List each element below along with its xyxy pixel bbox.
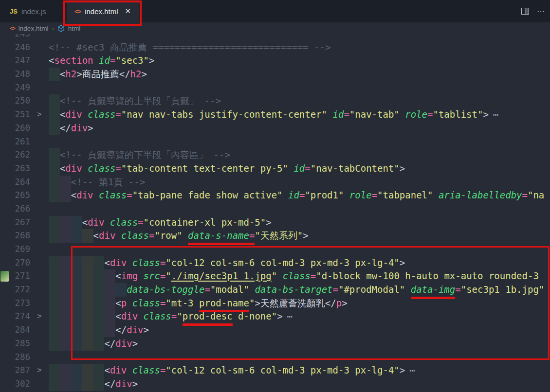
indent-rainbow-block bbox=[93, 283, 105, 297]
line-number: 264 bbox=[0, 176, 30, 189]
line-number: 247 bbox=[0, 54, 30, 68]
indent-rainbow-block bbox=[82, 377, 93, 391]
indent-rainbow-block bbox=[60, 256, 71, 270]
indent-rainbow-block bbox=[49, 68, 60, 81]
line-number: 260 bbox=[0, 122, 30, 135]
indent-rainbow-block bbox=[60, 269, 71, 283]
indent-rainbow-block bbox=[60, 310, 71, 323]
code-line-287: 287> <div class="col-12 col-sm-6 col-md-… bbox=[0, 364, 550, 377]
indent-rainbow-block bbox=[60, 337, 71, 351]
indent-rainbow-block bbox=[71, 269, 82, 283]
tab-label: index.js bbox=[21, 7, 46, 16]
indent-rainbow-block bbox=[60, 189, 71, 202]
indent-rainbow-block bbox=[49, 323, 60, 337]
indent-rainbow-block bbox=[60, 216, 71, 230]
code-line-265: 265 <div class="tab-pane fade show activ… bbox=[0, 189, 550, 202]
line-number: 270 bbox=[0, 256, 30, 270]
indent-rainbow-block bbox=[71, 283, 82, 297]
code-line-272: 272 data-bs-toggle="modal" data-bs-targe… bbox=[0, 283, 550, 297]
line-number: 248 bbox=[0, 68, 30, 81]
line-number: 245 bbox=[0, 34, 30, 41]
indent-rainbow-block bbox=[82, 256, 93, 270]
breadcrumb-symbol[interactable]: html bbox=[68, 25, 81, 32]
code-line-247: 247<section id="sec3"> bbox=[0, 54, 550, 68]
indent-rainbow-block bbox=[71, 216, 82, 230]
indent-rainbow-block bbox=[49, 122, 60, 135]
indent-rainbow-block bbox=[82, 283, 93, 297]
fold-chevron-icon[interactable]: > bbox=[30, 108, 49, 122]
gutter-image-preview[interactable] bbox=[0, 271, 9, 282]
code-line-286: 286 bbox=[0, 351, 550, 364]
indent-rainbow-block bbox=[49, 189, 60, 202]
annotation-underlined-token: data-s-name bbox=[188, 229, 249, 245]
line-number: 285 bbox=[0, 337, 30, 351]
indent-rainbow-block bbox=[60, 229, 71, 243]
code-line-251: 251> <div class="nav nav-tabs justify-co… bbox=[0, 108, 550, 122]
line-number: 261 bbox=[0, 135, 30, 149]
html-file-icon: <> bbox=[74, 8, 81, 15]
indent-rainbow-block bbox=[60, 377, 71, 391]
indent-rainbow-block bbox=[82, 269, 93, 283]
code-line-262: 262 <!-- 頁籤導覽的下半段「內容區」 --> bbox=[0, 148, 550, 162]
code-line-273: 273 <p class="mt-3 prod-name">天然蘆薈洗顏乳</p… bbox=[0, 297, 550, 310]
indent-rainbow-block bbox=[49, 377, 60, 391]
indent-rainbow-block bbox=[71, 323, 82, 337]
indent-rainbow-block bbox=[71, 297, 82, 310]
html-file-icon: <> bbox=[10, 25, 15, 31]
indent-rainbow-block bbox=[104, 323, 115, 337]
indent-rainbow-block bbox=[93, 269, 105, 283]
indent-rainbow-block bbox=[49, 364, 60, 377]
indent-rainbow-block bbox=[49, 94, 60, 108]
indent-rainbow-block bbox=[104, 283, 115, 297]
indent-rainbow-block bbox=[60, 323, 71, 337]
line-number: 265 bbox=[0, 189, 30, 202]
line-number: 302 bbox=[0, 377, 30, 391]
indent-rainbow-block bbox=[60, 176, 71, 189]
indent-rainbow-block bbox=[60, 297, 71, 310]
fold-chevron-icon[interactable]: > bbox=[30, 364, 49, 377]
code-line-274: 274> <div class="prod-desc d-none">⋯ bbox=[0, 310, 550, 323]
line-number: 273 bbox=[0, 297, 30, 310]
line-number: 269 bbox=[0, 243, 30, 256]
indent-rainbow-block bbox=[93, 310, 105, 323]
line-number: 284 bbox=[0, 323, 30, 337]
code-line-266: 266 bbox=[0, 202, 550, 216]
indent-rainbow-block bbox=[115, 283, 127, 297]
folded-code-ellipsis[interactable]: ⋯ bbox=[493, 108, 497, 122]
indent-rainbow-block bbox=[49, 216, 60, 230]
tab-index-html[interactable]: <> index.html ✕ bbox=[67, 0, 139, 22]
code-line-249: 249 bbox=[0, 81, 550, 95]
line-number: 268 bbox=[0, 229, 30, 243]
tab-label: index.html bbox=[85, 7, 118, 16]
indent-rainbow-block bbox=[49, 310, 60, 323]
indent-rainbow-block bbox=[60, 364, 71, 377]
line-number: 286 bbox=[0, 351, 30, 364]
indent-rainbow-block bbox=[104, 310, 115, 323]
indent-rainbow-block bbox=[82, 337, 93, 351]
line-number: 287 bbox=[0, 364, 30, 377]
editor-tab-bar: JS index.js <> index.html ✕ ⋯ bbox=[0, 0, 550, 22]
indent-rainbow-block bbox=[71, 364, 82, 377]
code-line-284: 284 </div> bbox=[0, 323, 550, 337]
indent-rainbow-block bbox=[93, 377, 105, 391]
code-line-248: 248 <h2>商品推薦</h2> bbox=[0, 68, 550, 81]
split-editor-icon[interactable] bbox=[521, 8, 529, 15]
close-tab-icon[interactable]: ✕ bbox=[125, 7, 131, 16]
code-line-271: 271 <img src="./img/sec3p1_1.jpg" class=… bbox=[0, 269, 550, 283]
folded-code-ellipsis[interactable]: ⋯ bbox=[409, 364, 414, 377]
breadcrumb-file[interactable]: index.html bbox=[18, 25, 49, 32]
code-line-270: 270 <div class="col-12 col-sm-6 col-md-3… bbox=[0, 256, 550, 270]
indent-rainbow-block bbox=[93, 364, 105, 377]
indent-rainbow-block bbox=[71, 229, 82, 243]
fold-chevron-icon[interactable]: > bbox=[30, 310, 49, 323]
folded-code-ellipsis[interactable]: ⋯ bbox=[287, 310, 292, 323]
code-editor[interactable]: 245246<!-- #sec3 商品推薦 ==================… bbox=[0, 34, 550, 392]
indent-rainbow-block bbox=[60, 283, 71, 297]
more-actions-icon[interactable]: ⋯ bbox=[537, 7, 545, 16]
indent-rainbow-block bbox=[71, 377, 82, 391]
indent-rainbow-block bbox=[93, 297, 105, 310]
line-number: 267 bbox=[0, 216, 30, 230]
breadcrumb-separator: › bbox=[52, 25, 54, 32]
tab-index-js[interactable]: JS index.js bbox=[0, 0, 62, 22]
code-line-260: 260 </div> bbox=[0, 122, 550, 135]
